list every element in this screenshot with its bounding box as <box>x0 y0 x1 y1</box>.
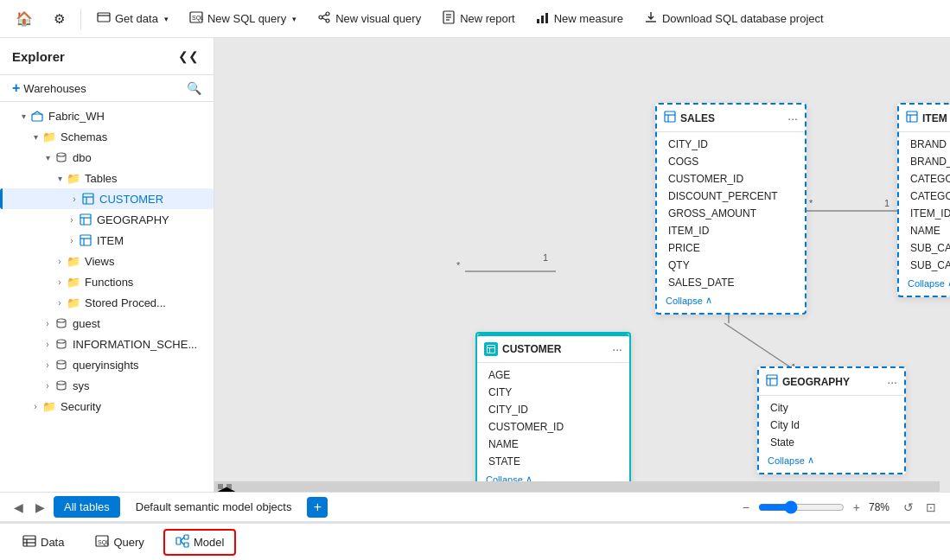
get-data-icon <box>97 10 111 27</box>
sidebar-item-dbo[interactable]: ▾ dbo <box>0 147 214 168</box>
svg-rect-0 <box>98 13 110 22</box>
folder-icon: 📁 <box>66 170 81 186</box>
add-tab-btn[interactable]: + <box>307 497 328 518</box>
sales-card-menu-btn[interactable]: ··· <box>787 111 798 125</box>
sidebar-item-customer[interactable]: › CUSTOMER <box>0 188 214 209</box>
h-scrollbar[interactable]: ◀ ▶ <box>214 481 940 492</box>
query-nav-btn[interactable]: SQL Query <box>83 529 156 556</box>
folder-icon: 📁 <box>66 274 81 290</box>
dbo-label: dbo <box>73 151 92 164</box>
new-sql-query-btn[interactable]: SQL New SQL query ▾ <box>181 6 305 31</box>
sidebar-item-schemas[interactable]: ▾ 📁 Schemas <box>0 126 214 147</box>
sales-field-qty: QTY <box>657 257 805 274</box>
schema-icon <box>54 378 69 393</box>
folder-icon: 📁 <box>41 129 57 144</box>
stored-procs-label: Stored Proced... <box>85 296 166 309</box>
chevron-icon: › <box>68 194 80 204</box>
sales-field-sales-date: SALES_DATE <box>657 274 805 291</box>
customer-label: CUSTOMER <box>99 193 163 206</box>
zoom-slider[interactable] <box>758 500 845 514</box>
zoom-plus-btn[interactable]: + <box>850 499 864 516</box>
sidebar-item-security[interactable]: › 📁 Security <box>0 396 214 417</box>
all-tables-tab[interactable]: All tables <box>54 496 120 518</box>
warehouse-icon <box>29 108 45 124</box>
geography-table-icon <box>766 374 778 389</box>
item-card[interactable]: ITEM ··· BRAND BRAND_ID CATEGORY CATEGOR… <box>897 103 950 297</box>
new-measure-label: New measure <box>554 12 623 25</box>
geography-card[interactable]: GEOGRAPHY ··· City City Id State Collaps… <box>757 366 906 474</box>
sidebar-item-functions[interactable]: › 📁 Functions <box>0 271 214 292</box>
fabric-wh-label: Fabric_WH <box>48 110 105 123</box>
customer-field-name: NAME <box>477 436 629 453</box>
svg-rect-50 <box>767 375 777 385</box>
sidebar-item-geography[interactable]: › GEOGRAPHY <box>0 209 214 230</box>
svg-text:SQL: SQL <box>192 15 203 22</box>
item-card-body: BRAND BRAND_ID CATEGORY CATEGORY_ID ITEM… <box>899 132 950 296</box>
data-nav-btn[interactable]: Data <box>10 529 76 556</box>
refresh-btn[interactable]: ↺ <box>900 499 917 516</box>
svg-line-63 <box>181 541 184 545</box>
sales-field-cogs: COGS <box>657 153 805 170</box>
svg-text:SQL: SQL <box>98 539 109 546</box>
customer-card-header-left: CUSTOMER <box>484 342 561 356</box>
sidebar-item-views[interactable]: › 📁 Views <box>0 251 214 271</box>
table-icon <box>78 232 93 248</box>
new-report-btn[interactable]: New report <box>433 6 524 31</box>
canvas-area[interactable]: * 1 * 1 1 SALES ··· <box>214 38 950 492</box>
add-warehouse-btn[interactable]: + Warehouses <box>12 80 86 96</box>
h-scroll-right[interactable]: ▶ <box>226 484 232 489</box>
chevron-icon: › <box>66 215 78 225</box>
nav-next-btn[interactable]: ▶ <box>32 499 48 516</box>
svg-point-4 <box>319 16 322 19</box>
default-semantic-tab[interactable]: Default semantic model objects <box>125 496 303 518</box>
new-measure-btn[interactable]: New measure <box>527 6 632 31</box>
home-icon-btn[interactable]: 🏠 <box>7 6 41 31</box>
visual-icon <box>317 10 331 27</box>
settings-icon-btn[interactable]: ⚙ <box>45 7 73 31</box>
sidebar-item-fabric-wh[interactable]: ▾ Fabric_WH <box>0 105 214 126</box>
new-visual-query-btn[interactable]: New visual query <box>309 6 430 31</box>
customer-field-state: STATE <box>477 453 629 470</box>
customer-card-menu-btn[interactable]: ··· <box>612 342 622 356</box>
sidebar-item-queryinsights[interactable]: › queryinsights <box>0 354 214 375</box>
h-scroll-left[interactable]: ◀ <box>218 484 223 489</box>
geography-collapse-btn[interactable]: Collapse ∧ <box>759 451 904 469</box>
search-btn[interactable]: 🔍 <box>187 81 201 95</box>
chevron-icon: › <box>66 236 78 245</box>
nav-prev-btn[interactable]: ◀ <box>10 499 27 516</box>
geography-card-title: GEOGRAPHY <box>782 376 850 388</box>
get-data-chevron: ▾ <box>164 15 169 23</box>
sidebar-item-guest[interactable]: › guest <box>0 313 214 334</box>
download-sql-btn[interactable]: Download SQL database project <box>635 6 832 31</box>
model-nav-btn[interactable]: Model <box>163 529 236 556</box>
info-schema-label: INFORMATION_SCHE... <box>73 338 197 351</box>
get-data-btn[interactable]: Get data ▾ <box>88 6 177 31</box>
sidebar-item-sys[interactable]: › sys <box>0 375 214 396</box>
customer-card-body: AGE CITY CITY_ID CUSTOMER_ID NAME STATE … <box>477 363 629 492</box>
svg-rect-14 <box>541 16 544 23</box>
download-icon <box>644 10 658 27</box>
customer-field-age: AGE <box>477 366 629 384</box>
svg-rect-53 <box>23 536 35 546</box>
sales-field-discount: DISCOUNT_PERCENT <box>657 188 805 205</box>
zoom-minus-btn[interactable]: − <box>739 499 753 516</box>
sidebar-item-tables[interactable]: ▾ 📁 Tables <box>0 168 214 188</box>
data-icon <box>22 534 36 550</box>
chevron-icon: ▾ <box>29 132 41 142</box>
collapse-sidebar-btn[interactable]: ❮❮ <box>175 47 201 66</box>
sidebar-item-info-schema[interactable]: › INFORMATION_SCHE... <box>0 334 214 354</box>
fit-btn[interactable]: ⊡ <box>922 499 940 516</box>
item-collapse-btn[interactable]: Collapse ∧ <box>899 274 950 292</box>
chevron-icon: ▾ <box>17 111 29 121</box>
sidebar-item-item[interactable]: › ITEM <box>0 230 214 251</box>
tables-label: Tables <box>85 172 118 185</box>
item-card-header-left: ITEM <box>906 111 947 125</box>
query-icon: SQL <box>95 534 109 550</box>
sales-collapse-btn[interactable]: Collapse ∧ <box>657 291 805 309</box>
svg-rect-59 <box>176 538 181 544</box>
sales-card[interactable]: SALES ··· CITY_ID COGS CUSTOMER_ID DISCO… <box>655 103 807 315</box>
sidebar-item-stored-procs[interactable]: › 📁 Stored Proced... <box>0 292 214 313</box>
geography-card-menu-btn[interactable]: ··· <box>887 375 897 389</box>
sales-field-item-id: ITEM_ID <box>657 222 805 239</box>
customer-card[interactable]: CUSTOMER ··· AGE CITY CITY_ID CUSTOMER_I… <box>475 332 631 492</box>
